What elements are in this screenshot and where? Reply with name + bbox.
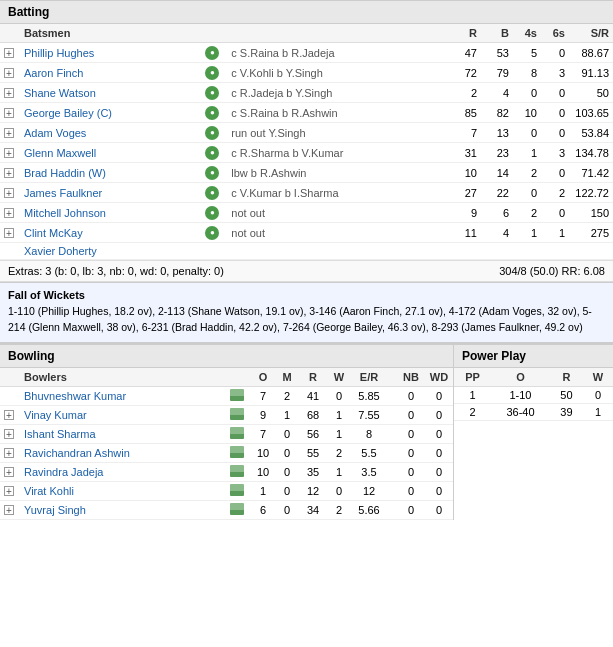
strike-rate: 103.65 <box>569 103 613 123</box>
bowler-link[interactable]: Bhuvneshwar Kumar <box>24 390 126 402</box>
bowler-name-cell[interactable]: Yuvraj Singh <box>20 500 223 519</box>
plus-icon[interactable]: + <box>4 48 14 58</box>
ball-icon-cell: ● <box>197 223 227 243</box>
runs: 11 <box>449 223 481 243</box>
plus-icon[interactable]: + <box>4 208 14 218</box>
player-name[interactable]: Mitchell Johnson <box>20 203 197 223</box>
plus-icon[interactable]: + <box>4 228 14 238</box>
expand-btn[interactable]: + <box>0 123 20 143</box>
bowler-link[interactable]: Virat Kohli <box>24 485 74 497</box>
bar-chart-icon <box>230 408 244 420</box>
expand-btn[interactable]: + <box>0 103 20 123</box>
expand-btn[interactable]: + <box>0 223 20 243</box>
runs-conceded: 41 <box>299 386 327 405</box>
extras-text: Extras: 3 (b: 0, lb: 3, nb: 0, wd: 0, pe… <box>8 265 224 277</box>
pp-row: 1 1-10 50 0 <box>454 386 613 403</box>
player-name[interactable]: Aaron Finch <box>20 63 197 83</box>
bowler-link[interactable]: Yuvraj Singh <box>24 504 86 516</box>
fow-title: Fall of Wickets <box>8 289 605 301</box>
bowler-name-cell[interactable]: Ishant Sharma <box>20 424 223 443</box>
expand-btn[interactable]: + <box>0 163 20 183</box>
plus-icon[interactable]: + <box>4 486 14 496</box>
expand-btn[interactable]: + <box>0 83 20 103</box>
bowl-expand-btn[interactable]: + <box>0 443 20 462</box>
expand-btn[interactable]: + <box>0 203 20 223</box>
bowler-link[interactable]: Ravindra Jadeja <box>24 466 104 478</box>
plus-icon[interactable]: + <box>4 410 14 420</box>
bowler-name-cell[interactable]: Bhuvneshwar Kumar <box>20 386 223 405</box>
plus-icon[interactable]: + <box>4 168 14 178</box>
batsman-link[interactable]: Xavier Doherty <box>24 245 97 257</box>
ball-icon-cell: ● <box>197 123 227 143</box>
plus-icon[interactable]: + <box>4 448 14 458</box>
player-name[interactable]: Brad Haddin (W) <box>20 163 197 183</box>
batsman-link[interactable]: George Bailey (C) <box>24 107 112 119</box>
batsman-link[interactable]: Brad Haddin (W) <box>24 167 106 179</box>
player-name[interactable]: Phillip Hughes <box>20 43 197 63</box>
player-name[interactable]: Adam Voges <box>20 123 197 143</box>
batsman-link[interactable]: James Faulkner <box>24 187 102 199</box>
bowling-row: + Ravichandran Ashwin 10 0 55 2 5.5 0 0 <box>0 443 453 462</box>
nb-col: NB <box>397 368 425 387</box>
fours: 0 <box>513 123 541 143</box>
bowler-name-cell[interactable]: Ravindra Jadeja <box>20 462 223 481</box>
bowl-expand-btn[interactable]: + <box>0 405 20 424</box>
batsman-link[interactable]: Adam Voges <box>24 127 86 139</box>
bowler-name-cell[interactable]: Vinay Kumar <box>20 405 223 424</box>
gap <box>387 405 397 424</box>
plus-icon[interactable]: + <box>4 88 14 98</box>
howout: c V.Kohli b Y.Singh <box>227 63 449 83</box>
no-balls: 0 <box>397 424 425 443</box>
maidens: 0 <box>275 424 299 443</box>
cricket-ball-icon: ● <box>205 106 219 120</box>
plus-icon[interactable]: + <box>4 467 14 477</box>
bowl-expand-btn[interactable]: + <box>0 424 20 443</box>
player-name[interactable]: Xavier Doherty <box>20 243 197 260</box>
no-balls: 0 <box>397 481 425 500</box>
expand-btn[interactable]: + <box>0 183 20 203</box>
plus-icon[interactable]: + <box>4 188 14 198</box>
m-col: M <box>275 368 299 387</box>
bowl-expand-btn[interactable]: + <box>0 462 20 481</box>
player-name[interactable]: George Bailey (C) <box>20 103 197 123</box>
expand-btn[interactable]: + <box>0 63 20 83</box>
bowler-name-cell[interactable]: Virat Kohli <box>20 481 223 500</box>
expand-btn[interactable]: + <box>0 143 20 163</box>
batsman-link[interactable]: Shane Watson <box>24 87 96 99</box>
howout: lbw b R.Ashwin <box>227 163 449 183</box>
bar-icon-cell <box>223 462 251 481</box>
plus-icon[interactable]: + <box>4 505 14 515</box>
plus-icon[interactable]: + <box>4 108 14 118</box>
fours: 2 <box>513 203 541 223</box>
bowler-link[interactable]: Vinay Kumar <box>24 409 87 421</box>
plus-icon[interactable]: + <box>4 128 14 138</box>
batsman-link[interactable]: Clint McKay <box>24 227 83 239</box>
balls: 53 <box>481 43 513 63</box>
plus-icon[interactable]: + <box>4 148 14 158</box>
overs: 6 <box>251 500 275 519</box>
bowler-link[interactable]: Ishant Sharma <box>24 428 96 440</box>
runs: 31 <box>449 143 481 163</box>
bowlers-col: Bowlers <box>20 368 223 387</box>
batsman-link[interactable]: Aaron Finch <box>24 67 83 79</box>
player-name[interactable]: Glenn Maxwell <box>20 143 197 163</box>
player-name[interactable]: James Faulkner <box>20 183 197 203</box>
plus-icon[interactable]: + <box>4 429 14 439</box>
strike-rate: 122.72 <box>569 183 613 203</box>
expand-btn[interactable]: + <box>0 43 20 63</box>
bowler-name-cell[interactable]: Ravichandran Ashwin <box>20 443 223 462</box>
player-name[interactable]: Shane Watson <box>20 83 197 103</box>
strike-rate: 71.42 <box>569 163 613 183</box>
ball-icon-cell: ● <box>197 83 227 103</box>
batsman-link[interactable]: Mitchell Johnson <box>24 207 106 219</box>
plus-icon[interactable]: + <box>4 68 14 78</box>
batsman-link[interactable]: Glenn Maxwell <box>24 147 96 159</box>
bowling-row: + Ravindra Jadeja 10 0 35 1 3.5 0 0 <box>0 462 453 481</box>
bowler-link[interactable]: Ravichandran Ashwin <box>24 447 130 459</box>
wickets: 0 <box>327 481 351 500</box>
maidens: 2 <box>275 386 299 405</box>
batsman-link[interactable]: Phillip Hughes <box>24 47 94 59</box>
bowl-expand-btn[interactable]: + <box>0 481 20 500</box>
player-name[interactable]: Clint McKay <box>20 223 197 243</box>
bowl-expand-btn[interactable]: + <box>0 500 20 519</box>
